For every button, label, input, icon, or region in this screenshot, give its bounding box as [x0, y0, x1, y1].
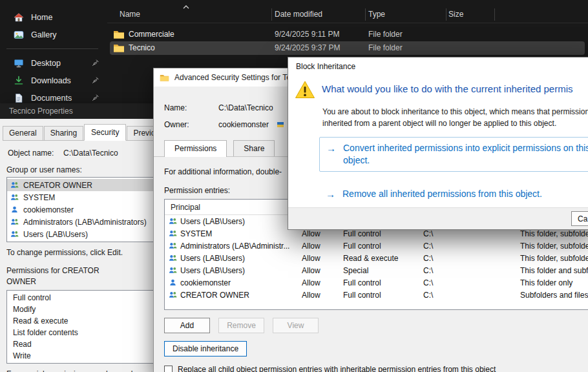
- disable-inheritance-button[interactable]: Disable inheritance: [164, 341, 247, 356]
- sidebar-item-gallery[interactable]: Gallery: [0, 26, 107, 43]
- remove-permissions-command-link[interactable]: → Remove all inherited permissions from …: [319, 183, 588, 205]
- tab-general[interactable]: General: [3, 126, 43, 140]
- tab-permissions[interactable]: Permissions: [164, 140, 227, 157]
- name-value: C:\Data\Tecnico: [218, 103, 273, 112]
- entry-inherited-from: C:\: [423, 266, 433, 275]
- column-header-principal[interactable]: Principal: [171, 203, 200, 212]
- column-separator: [446, 8, 446, 21]
- column-separator: [494, 8, 495, 21]
- block-titlebar[interactable]: Block Inheritance: [288, 57, 588, 75]
- sort-ascending-icon: [183, 2, 189, 11]
- entry-access: Allow: [302, 254, 320, 263]
- group-name: Administrators (LAB\Administrators): [23, 218, 147, 227]
- permission-entry-row[interactable]: Administrators (LAB\Administr... Allow F…: [165, 240, 588, 252]
- group-icon: [10, 230, 19, 238]
- sidebar-item-label: Documents: [31, 94, 72, 103]
- header-divider: [107, 23, 588, 23]
- replace-permissions-checkbox[interactable]: [164, 366, 173, 372]
- folder-icon: [113, 30, 125, 39]
- file-row[interactable]: Commerciale 9/24/2025 9:11 PM File folde…: [110, 28, 585, 41]
- file-date-modified: 9/24/2025 9:11 PM: [275, 30, 340, 39]
- column-header-name[interactable]: Name: [120, 10, 140, 19]
- entry-principal: Administrators (LAB\Administr...: [180, 242, 289, 251]
- object-name-value: C:\Data\Tecnico: [63, 149, 118, 158]
- tab-share[interactable]: Share: [233, 140, 275, 156]
- user-icon: [10, 205, 19, 214]
- convert-permissions-command-link[interactable]: → Convert inherited permissions into exp…: [319, 137, 588, 172]
- documents-icon: [14, 93, 24, 103]
- downloads-icon: [14, 76, 24, 86]
- column-header-type[interactable]: Type: [368, 10, 385, 19]
- column-separator: [365, 8, 366, 21]
- block-inheritance-dialog: Block Inheritance What would you like to…: [288, 57, 588, 230]
- entry-access: Allow: [302, 229, 320, 238]
- entry-access: Allow: [302, 242, 320, 251]
- warning-icon: [295, 80, 315, 99]
- entry-applies-to: Subfolders and files ...: [520, 291, 588, 300]
- column-header-date-modified[interactable]: Date modified: [275, 10, 322, 19]
- permission-entry-row[interactable]: cookiemonster Allow Full control C:\ Thi…: [165, 276, 588, 289]
- sidebar-item-label: Home: [31, 13, 52, 22]
- folder-icon: [113, 43, 125, 53]
- tab-security[interactable]: Security: [84, 124, 126, 141]
- cancel-button[interactable]: Ca: [571, 211, 588, 226]
- file-row-selected[interactable]: Tecnico 9/24/2025 9:37 PM File folder: [110, 41, 585, 55]
- entry-access: Allow: [302, 291, 320, 300]
- windows-desktop: Home Gallery Desktop: [0, 0, 588, 372]
- file-type: File folder: [368, 43, 403, 52]
- view-button[interactable]: View: [273, 318, 319, 333]
- explorer-sidebar: Home Gallery Desktop: [0, 8, 107, 107]
- entry-applies-to: This folder, subfolde...: [520, 254, 588, 263]
- group-icon: [169, 254, 177, 262]
- object-name-label: Object name:: [8, 149, 63, 158]
- sidebar-item-downloads[interactable]: Downloads: [0, 72, 107, 89]
- sidebar-item-home[interactable]: Home: [0, 8, 107, 26]
- gallery-icon: [14, 30, 24, 40]
- entry-inherited-from: C:\: [423, 242, 433, 251]
- user-icon: [169, 278, 177, 287]
- sidebar-item-desktop[interactable]: Desktop: [0, 54, 107, 72]
- permission-entry-row[interactable]: Users (LAB\Users) Allow Read & execute C…: [165, 252, 588, 264]
- file-name: Commerciale: [129, 30, 174, 39]
- entry-inherited-from: C:\: [423, 254, 433, 263]
- entry-principal: cookiemonster: [180, 278, 231, 287]
- entry-right: Read & execute: [343, 254, 398, 263]
- entry-applies-to: This folder, subfolde...: [520, 229, 588, 238]
- tab-sharing[interactable]: Sharing: [44, 126, 83, 140]
- entry-access: Allow: [302, 266, 320, 275]
- entry-applies-to: This folder only: [520, 278, 572, 287]
- advanced-title: Advanced Security Settings for Te: [174, 73, 291, 82]
- sidebar-item-label: Desktop: [31, 59, 61, 68]
- group-icon: [169, 291, 177, 299]
- group-icon: [169, 242, 177, 250]
- remove-button[interactable]: Remove: [218, 318, 264, 333]
- block-body-line1: You are about to block inheritance to th…: [322, 106, 588, 118]
- command-link-label: Convert inherited permissions into expli…: [343, 142, 588, 167]
- group-name: Users (LAB\Users): [23, 230, 88, 239]
- permission-entry-row[interactable]: Users (LAB\Users) Allow Special C:\ This…: [165, 264, 588, 276]
- add-button[interactable]: Add: [164, 318, 210, 333]
- entry-principal: Users (LAB\Users): [180, 266, 245, 275]
- properties-title: Tecnico Properties: [9, 107, 73, 116]
- group-name: CREATOR OWNER: [23, 181, 92, 190]
- group-icon: [10, 181, 19, 189]
- group-name: cookiemonster: [23, 205, 74, 214]
- permissions-for-label: Permissions for CREATOR OWNER: [6, 265, 110, 287]
- entry-access: Allow: [302, 278, 320, 287]
- group-icon: [169, 217, 177, 225]
- column-header-size[interactable]: Size: [448, 10, 463, 19]
- group-name: SYSTEM: [23, 193, 55, 202]
- sidebar-item-label: Downloads: [31, 76, 71, 85]
- entry-right: Full control: [343, 242, 381, 251]
- block-body-text: You are about to block inheritance to th…: [322, 106, 588, 129]
- permission-entry-row[interactable]: CREATOR OWNER Allow Full control C:\ Sub…: [165, 289, 588, 301]
- block-footer: Ca: [288, 207, 588, 229]
- group-icon: [10, 193, 19, 202]
- pin-icon: [92, 76, 100, 84]
- home-icon: [14, 12, 24, 23]
- owner-value: cookiemonster: [218, 120, 269, 129]
- advanced-settings-note: For special permissions or advanced sett…: [6, 369, 158, 372]
- pin-icon: [92, 94, 100, 101]
- entry-inherited-from: C:\: [423, 278, 433, 287]
- block-heading: What would you like to do with the curre…: [322, 83, 573, 94]
